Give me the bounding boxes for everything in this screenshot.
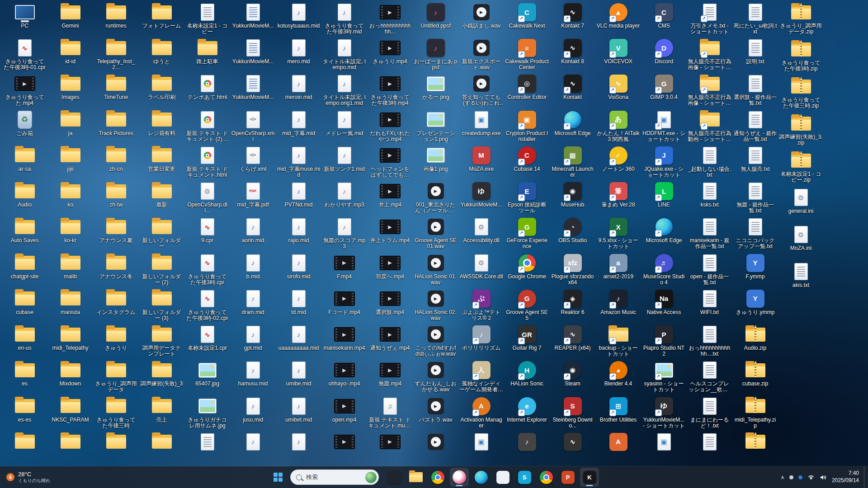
desktop-icon[interactable]: Telepathy_Inst_2... [93, 37, 139, 72]
desktop-icon[interactable]: ♬MuseScore Studio 4 [641, 252, 687, 287]
desktop-icon[interactable]: midi_Telepathy [47, 323, 93, 359]
desktop-icon[interactable]: MMoZA.exe [458, 144, 504, 180]
desktop-icon[interactable]: PC [2, 1, 47, 37]
desktop-icon[interactable]: 路上駐車 [184, 37, 230, 72]
desktop-icon[interactable]: ∿Kontakt 7 [550, 1, 595, 37]
desktop-icon[interactable]: ▶羽戻へ.mp4 [367, 252, 413, 287]
desktop-icon[interactable]: zh-cn [93, 144, 139, 180]
desktop-icon[interactable]: Microsoft Edge [550, 108, 595, 144]
desktop-icon[interactable]: インスタグラム [93, 287, 139, 323]
desktop-icon[interactable]: 調声練習(失敗)_3.zip [778, 112, 824, 149]
desktop-icon[interactable]: DDiscord [641, 37, 687, 72]
desktop-icon[interactable]: es-es [2, 395, 47, 431]
desktop-icon[interactable]: SSteinberg Downlo... [550, 395, 595, 431]
desktop-icon[interactable]: ♪Amazon Music [595, 287, 641, 323]
desktop-icon[interactable]: ぷぷよぷよ™テトリス® 2 [458, 287, 504, 323]
desktop-icon[interactable]: きゅうり食ってた午後三時.zip [778, 75, 824, 112]
desktop-icon[interactable]: ▶ずんだもん_しおかせる.wav [413, 359, 458, 394]
desktop-icon[interactable]: Auto Saves [2, 216, 47, 251]
desktop-icon[interactable]: ♪わかりやす.mp3 [321, 180, 367, 216]
desktop-icon[interactable] [93, 431, 139, 466]
wifi-icon[interactable] [807, 474, 815, 480]
desktop-icon[interactable]: ◈Reaktor 6 [550, 287, 595, 323]
desktop-icon[interactable]: ∿Kontakt [550, 72, 595, 108]
desktop-icon[interactable]: id-id [47, 37, 93, 72]
desktop-icon[interactable]: PDFmid_字幕.pdf [230, 180, 276, 216]
desktop-icon[interactable]: ▶きゅうり食ってた午後3時.mp4 [367, 72, 413, 108]
desktop-icon[interactable]: ▶F.mp4 [321, 252, 367, 287]
desktop-icon[interactable]: ▶通知うぜぇ.mp4 [367, 323, 413, 359]
desktop-icon[interactable]: ♪無題のスコア.mp3 [321, 216, 367, 251]
desktop-icon[interactable]: ar-sa [2, 144, 47, 180]
desktop-icon[interactable]: X9.5.xlsx - ショートカット [595, 216, 641, 251]
desktop-icon[interactable]: あかんたん！AITalk 3 関西風 [595, 108, 641, 144]
desktop-icon[interactable]: ▶きゅうり.mp4 [367, 37, 413, 72]
desktop-icon[interactable]: 新規 テキスト ドキュメント.html [184, 144, 230, 180]
desktop-icon[interactable]: YF.ymmp [732, 252, 778, 287]
desktop-icon[interactable] [139, 431, 184, 466]
desktop-icon[interactable]: 新しいフォルダー [139, 216, 184, 251]
desktop-icon[interactable]: LLINE [641, 180, 687, 216]
desktop-icon[interactable]: ♻ごみ箱 [2, 108, 47, 144]
desktop-icon[interactable]: 画像1.png [413, 144, 458, 180]
desktop-icon[interactable]: jijii [47, 144, 93, 180]
desktop-icon[interactable]: WIFI.txt [687, 287, 732, 323]
desktop-icon[interactable]: Images [47, 72, 93, 108]
desktop-icon[interactable]: YukkuriMovieM... [230, 37, 276, 72]
desktop-icon[interactable]: ゆうと [139, 37, 184, 72]
desktop-icon[interactable]: Audio [2, 180, 47, 216]
file-explorer[interactable] [406, 468, 425, 487]
desktop-icon[interactable]: cubase [2, 287, 47, 323]
desktop-icon[interactable]: 通知うぜえ - 親作品一覧.txt [732, 108, 778, 144]
desktop-icon[interactable]: ▶Groove Agent SE 01.wav [413, 216, 458, 251]
desktop-icon[interactable]: きゅうり食ってた午後三時 [93, 395, 139, 431]
desktop-icon[interactable]: ∿Kontakt 8 [550, 37, 595, 72]
desktop-icon[interactable]: ∿名称未設定1.cpr [184, 323, 230, 359]
desktop-icon[interactable]: ▣createdump.exe [458, 108, 504, 144]
desktop-icon[interactable]: ∿VoiSona [595, 72, 641, 108]
desktop-icon[interactable]: 選択肢 - 親作品一覧.txt [732, 72, 778, 108]
desktop-icon[interactable]: PPiapro Studio NT2 [641, 323, 687, 359]
microsoft-edge[interactable] [472, 468, 491, 487]
desktop-icon[interactable]: zh-tw [93, 180, 139, 216]
desktop-icon[interactable]: ▶ohhayo-.mp4 [321, 359, 367, 394]
desktop-icon[interactable]: ♪kotusytuaaus.mid [276, 1, 321, 37]
desktop-icon[interactable]: ∿9.cpr [184, 216, 230, 251]
desktop-icon[interactable]: Google Chrome [504, 252, 550, 287]
desktop-icon[interactable]: cubase.zip [732, 359, 778, 394]
desktop-icon[interactable]: ▶HALion Sonic 02.wav [413, 287, 458, 323]
desktop-icon[interactable]: _起動しない場合.txt [687, 144, 732, 180]
desktop-icon[interactable]: ▶井上.mp4 [367, 180, 413, 216]
desktop-icon[interactable]: ◔OBS Studio [550, 216, 595, 251]
desktop-icon[interactable]: きゅうり食ってた午後3時.zip [778, 38, 824, 75]
desktop-icon[interactable]: ⚙Accessibility.dll [458, 216, 504, 251]
desktop-icon[interactable]: 調声練習(失敗)_3 [139, 359, 184, 394]
desktop-icon[interactable]: ▣Crypton Product Installer [504, 108, 550, 144]
skype[interactable]: S [515, 468, 534, 487]
desktop-icon[interactable]: </>くらげ.xml [230, 144, 276, 180]
desktop-icon[interactable]: レジ袋有料 [139, 108, 184, 144]
desktop-icon[interactable]: CCubase 14 [504, 144, 550, 180]
desktop-icon[interactable]: ▣HDDFMT.exe - ショートカット [641, 108, 687, 144]
desktop-icon[interactable]: ▶ヘッドフォンをはずしてでもかう.mp4 [367, 144, 413, 180]
desktop-icon[interactable]: 最新 [139, 180, 184, 216]
desktop-icon[interactable]: CCakewalk Next [504, 1, 550, 37]
desktop-icon[interactable]: ▶だれもFXいれたやつ.mp4 [367, 108, 413, 144]
desktop-icon[interactable]: backup - ショートカット [595, 323, 641, 359]
desktop-icon[interactable]: 65407.jpg [184, 359, 230, 394]
desktop-icon[interactable]: 無題 - 親作品一覧.txt [732, 180, 778, 216]
desktop-icon[interactable]: きゅうり_調声用データ.zip [778, 1, 824, 38]
desktop-icon[interactable]: TimeTune [93, 72, 139, 108]
desktop-icon[interactable]: runtimes [93, 1, 139, 37]
desktop-icon[interactable]: 無人販売.txt [732, 144, 778, 180]
desktop-icon[interactable]: ♪sirofo.mid [276, 252, 321, 287]
desktop-icon[interactable]: aairset2-2019 [595, 252, 641, 287]
desktop-icon[interactable]: Microsoft Edge [641, 216, 687, 251]
desktop-icon[interactable]: midi_Telepathy.zip [732, 395, 778, 431]
desktop-icon[interactable]: ♪hamusu.mid [230, 359, 276, 394]
desktop-icon[interactable]: きゅうりガチコレ用サムネ.jpg [184, 395, 230, 431]
kontakt[interactable]: K [580, 468, 599, 487]
desktop-icon[interactable]: ゆYukkuriMovieM... - ショートカット [641, 395, 687, 431]
bluetooth-icon[interactable] [798, 475, 802, 479]
desktop-icon[interactable]: ♪rajio.mid [276, 216, 321, 251]
